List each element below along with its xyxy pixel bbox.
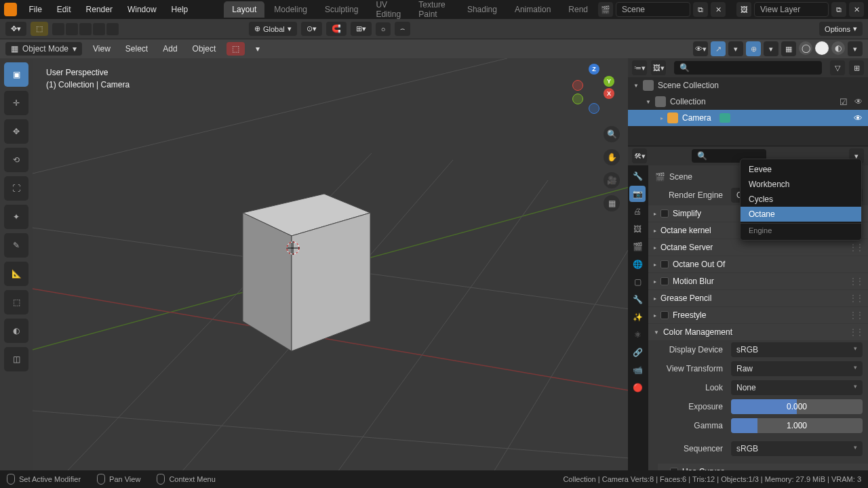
proportional-edit-toggle[interactable]: ○ <box>376 22 391 36</box>
viewlayer-tab-icon[interactable]: 🖼 <box>629 221 646 237</box>
view-menu[interactable]: View <box>89 42 115 56</box>
octane-out-checkbox[interactable] <box>660 260 669 268</box>
camera-view-icon[interactable]: 🎥 <box>604 172 620 188</box>
constraints-tab-icon[interactable]: 🔗 <box>629 344 646 361</box>
gizmo-dropdown[interactable]: ▾ <box>728 41 743 56</box>
cursor-tool[interactable]: ✛ <box>4 91 28 115</box>
grease-pencil-panel[interactable]: ▸Grease Pencil⋮⋮ <box>648 290 868 306</box>
filter-icon[interactable]: ▽ <box>830 60 845 75</box>
render-tab-icon[interactable]: 📷 <box>629 186 646 202</box>
freestyle-panel[interactable]: ▸Freestyle⋮⋮ <box>648 307 868 323</box>
3d-viewport[interactable]: User Perspective (1) Collection | Camera… <box>33 58 628 470</box>
snap-type-dropdown[interactable]: ⊞▾ <box>351 22 372 36</box>
axis-y-icon[interactable]: Y <box>604 76 614 87</box>
scene-browse-icon[interactable]: 🎬 <box>598 2 613 17</box>
shading-material-icon[interactable]: ◐ <box>831 41 845 55</box>
mesh-select-mode[interactable]: ▾ <box>252 42 264 56</box>
data-tab-icon[interactable]: 📹 <box>629 362 646 378</box>
disclosure-triangle-icon[interactable]: ▸ <box>660 115 663 121</box>
collection-item[interactable]: ▼ Collection ☑ 👁 <box>628 94 868 110</box>
axis-neg-z-icon[interactable] <box>589 103 599 114</box>
viewlayer-new-icon[interactable]: ⧉ <box>831 2 846 17</box>
use-curves-panel[interactable]: ▸Use Curves <box>658 464 868 470</box>
engine-option-eevee[interactable]: Eevee <box>741 162 861 177</box>
transform-orientation-dropdown[interactable]: ⊕ Global ▾ <box>249 22 297 36</box>
visibility-eye-icon[interactable]: 👁 <box>854 97 863 106</box>
options-dropdown[interactable]: Options ▾ <box>819 22 863 36</box>
default-cube[interactable] <box>33 58 628 465</box>
select-extend-icon[interactable] <box>66 23 78 35</box>
shading-dropdown[interactable]: ▾ <box>848 41 863 56</box>
rotate-tool[interactable]: ⟲ <box>4 148 28 172</box>
overlays-icon[interactable]: ⊕ <box>746 41 761 56</box>
tab-uv-editing[interactable]: UV Editing <box>368 0 409 22</box>
properties-type-icon[interactable]: 🛠▾ <box>632 148 647 163</box>
tab-layout[interactable]: Layout <box>224 1 264 18</box>
select-subtract-icon[interactable] <box>79 23 92 35</box>
scale-tool[interactable]: ⛶ <box>4 176 28 201</box>
disclosure-triangle-icon[interactable]: ▼ <box>633 83 639 89</box>
object-menu[interactable]: Object <box>189 42 220 56</box>
selectability-icon[interactable]: 👁▾ <box>693 41 708 56</box>
tab-modeling[interactable]: Modeling <box>266 1 315 18</box>
look-dropdown[interactable]: None▾ <box>731 380 863 395</box>
blender-logo-icon[interactable] <box>4 3 17 16</box>
tab-shading[interactable]: Shading <box>459 1 505 18</box>
engine-option-workbench[interactable]: Workbench <box>741 177 861 192</box>
tab-rendering[interactable]: Rend <box>560 1 596 18</box>
scene-name-field[interactable]: Scene <box>616 2 690 17</box>
axis-neg-x-icon[interactable] <box>572 80 583 91</box>
scene-tab-icon[interactable]: 🎬 <box>629 239 646 255</box>
gamma-slider[interactable]: 1.000 <box>731 418 863 433</box>
select-box-tool[interactable]: ▣ <box>4 62 28 87</box>
scene-collection-item[interactable]: ▼ Scene Collection <box>628 77 868 94</box>
outliner-display-mode-icon[interactable]: 🖼▾ <box>651 60 666 75</box>
navigation-gizmo[interactable]: Z Y X <box>570 65 617 113</box>
proportional-falloff-dropdown[interactable]: ⌢ <box>395 22 410 36</box>
outliner-type-icon[interactable]: ≔▾ <box>632 60 647 75</box>
axis-x-icon[interactable]: X <box>604 88 614 99</box>
new-collection-icon[interactable]: ⊞ <box>849 60 864 75</box>
move-tool[interactable]: ✥ <box>4 119 28 144</box>
particles-tab-icon[interactable]: ✨ <box>629 309 646 325</box>
add-cube-tool[interactable]: ⬚ <box>4 290 28 314</box>
tab-sculpting[interactable]: Sculpting <box>317 1 366 18</box>
axis-neg-y-icon[interactable] <box>572 94 583 104</box>
color-management-panel[interactable]: ▼Color Management⋮⋮ <box>648 324 868 340</box>
render-menu[interactable]: Render <box>79 2 119 17</box>
tab-texture-paint[interactable]: Texture Paint <box>410 0 458 22</box>
tool-tab-icon[interactable]: 🔧 <box>629 168 646 184</box>
exposure-slider[interactable]: 0.000 <box>731 399 863 414</box>
edit-menu[interactable]: Edit <box>50 2 78 17</box>
material-tab-icon[interactable]: 🔴 <box>629 380 646 396</box>
tab-animation[interactable]: Animation <box>507 1 559 18</box>
view-transform-dropdown[interactable]: Raw▾ <box>731 361 863 376</box>
snap-toggle[interactable]: 🧲 <box>326 22 347 36</box>
viewlayer-delete-icon[interactable]: ✕ <box>849 2 864 17</box>
checkbox-icon[interactable]: ☑ <box>840 97 848 107</box>
engine-option-octane[interactable]: Octane <box>741 207 861 222</box>
motion-blur-panel[interactable]: ▸Motion Blur⋮⋮ <box>648 273 868 289</box>
modifiers-tab-icon[interactable]: 🔧 <box>629 291 646 308</box>
file-menu[interactable]: File <box>22 2 49 17</box>
select-tool-dropdown[interactable]: ✥▾ <box>5 22 26 36</box>
viewlayer-name-field[interactable]: View Layer <box>754 2 829 17</box>
motion-blur-checkbox[interactable] <box>660 277 669 285</box>
sequencer-dropdown[interactable]: sRGB▾ <box>731 441 863 456</box>
viewlayer-browse-icon[interactable]: 🖼 <box>736 2 751 17</box>
octane-server-panel[interactable]: ▸Octane Server⋮⋮ <box>648 239 868 256</box>
annotate-tool[interactable]: ✎ <box>4 233 28 258</box>
simplify-checkbox[interactable] <box>660 209 669 218</box>
camera-item[interactable]: ▸ Camera 👁 <box>628 110 868 126</box>
toggle-perspective-icon[interactable]: ▦ <box>604 195 620 211</box>
shading-solid-icon[interactable] <box>815 41 829 55</box>
visibility-eye-icon[interactable]: 👁 <box>854 113 863 123</box>
overlays-dropdown[interactable]: ▾ <box>764 41 778 56</box>
shading-wireframe-icon[interactable]: ◯ <box>799 41 812 55</box>
display-device-dropdown[interactable]: sRGB▾ <box>731 342 863 357</box>
help-menu[interactable]: Help <box>165 2 195 17</box>
measure-tool[interactable]: 📐 <box>4 262 28 286</box>
disclosure-triangle-icon[interactable]: ▼ <box>646 99 651 105</box>
global-local-toggle[interactable]: ⬚ <box>226 42 245 56</box>
select-intersect-icon[interactable] <box>106 23 119 35</box>
